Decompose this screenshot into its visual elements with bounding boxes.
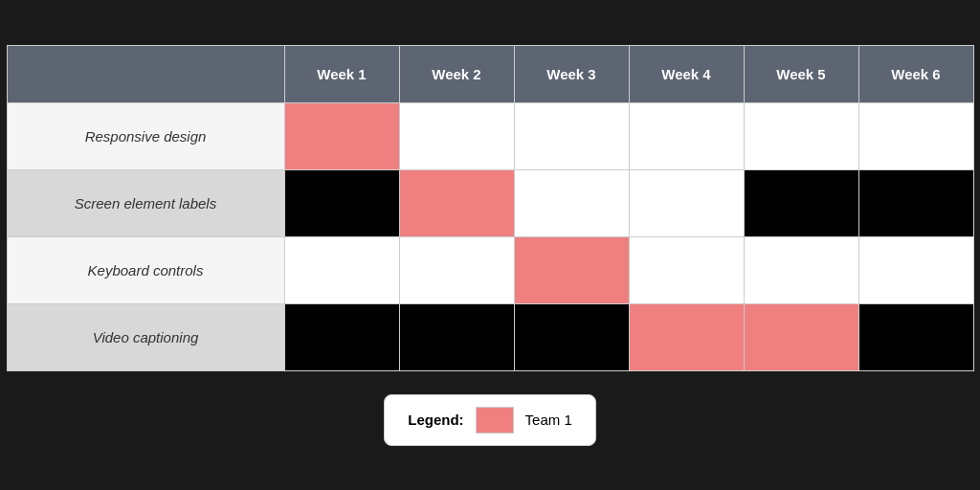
- cell-r1-c1: [399, 169, 514, 236]
- cell-r2-c0: [284, 236, 399, 303]
- gantt-table: Week 1 Week 2 Week 3 Week 4 Week 5 Week …: [7, 45, 974, 371]
- legend-prefix: Legend:: [408, 412, 463, 428]
- row-label-1: Screen element labels: [7, 169, 284, 236]
- header-week3: Week 3: [514, 45, 629, 102]
- header-week2: Week 2: [399, 45, 514, 102]
- row-label-2: Keyboard controls: [7, 236, 284, 303]
- cell-r0-c5: [858, 102, 973, 169]
- cell-r3-c5: [858, 303, 973, 370]
- table-row: Screen element labels: [7, 169, 973, 236]
- cell-r2-c3: [629, 236, 744, 303]
- legend-color-swatch: [476, 407, 514, 434]
- cell-r3-c2: [514, 303, 629, 370]
- table-row: Responsive design: [7, 102, 973, 169]
- cell-r1-c2: [514, 169, 629, 236]
- cell-r1-c0: [284, 169, 399, 236]
- cell-r0-c2: [514, 102, 629, 169]
- legend-box: Legend: Team 1: [384, 394, 596, 446]
- cell-r3-c1: [399, 303, 514, 370]
- chart-wrapper: Week 1 Week 2 Week 3 Week 4 Week 5 Week …: [7, 45, 974, 446]
- cell-r3-c3: [629, 303, 744, 370]
- header-week4: Week 4: [629, 45, 744, 102]
- legend-team1-label: Team 1: [525, 412, 572, 428]
- row-label-3: Video captioning: [7, 303, 284, 370]
- header-label-col: [7, 45, 284, 102]
- table-row: Keyboard controls: [7, 236, 973, 303]
- cell-r0-c0: [284, 102, 399, 169]
- cell-r2-c1: [399, 236, 514, 303]
- cell-r3-c0: [284, 303, 399, 370]
- cell-r2-c2: [514, 236, 629, 303]
- header-week5: Week 5: [744, 45, 858, 102]
- cell-r2-c4: [744, 236, 858, 303]
- cell-r1-c3: [629, 169, 744, 236]
- cell-r0-c3: [629, 102, 744, 169]
- row-label-0: Responsive design: [7, 102, 284, 169]
- header-week1: Week 1: [284, 45, 399, 102]
- header-row: Week 1 Week 2 Week 3 Week 4 Week 5 Week …: [7, 45, 973, 102]
- table-row: Video captioning: [7, 303, 973, 370]
- cell-r0-c4: [744, 102, 858, 169]
- cell-r1-c4: [744, 169, 858, 236]
- cell-r0-c1: [399, 102, 514, 169]
- header-week6: Week 6: [858, 45, 973, 102]
- cell-r1-c5: [858, 169, 973, 236]
- cell-r3-c4: [744, 303, 858, 370]
- cell-r2-c5: [858, 236, 973, 303]
